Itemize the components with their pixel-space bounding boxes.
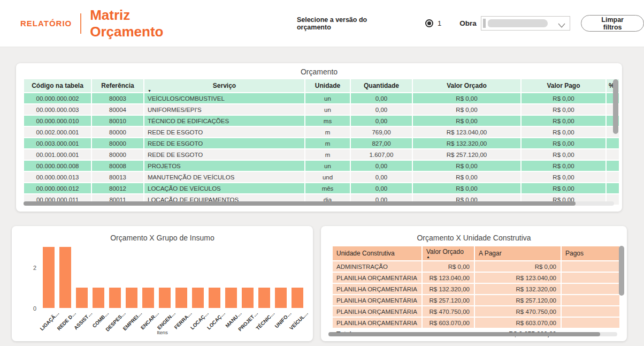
unidade-table-title: Orçamento X Unidade Construtiva	[321, 234, 627, 242]
bar[interactable]	[192, 288, 204, 308]
table-cell	[562, 284, 619, 294]
bar[interactable]	[93, 288, 104, 308]
table-cell: R$ 132.320,00	[423, 284, 474, 294]
table-cell: R$ 0,00	[413, 161, 520, 171]
table-row[interactable]: PLANILHA ORÇAMENTÁRIAR$ 132.320,00R$ 132…	[333, 284, 619, 294]
table-row[interactable]: 00.002.000.00180000REDE DE ESGOTOm769,00…	[24, 127, 619, 137]
table-cell: R$ 0,00	[522, 93, 605, 103]
table-cell: 80003	[92, 93, 143, 103]
column-header[interactable]: Código na tabela	[24, 79, 91, 92]
chevron-down-icon[interactable]	[558, 21, 565, 31]
table-cell: REDE DE ESGOTO	[144, 138, 304, 148]
table-row[interactable]: PLANILHA ORÇAMENTÁRIAR$ 603.070,00R$ 603…	[333, 318, 619, 328]
bar[interactable]	[59, 247, 71, 308]
table-row[interactable]: 00.000.000.00880008PROJETOSun0,00R$ 0,00…	[24, 161, 619, 171]
table-row[interactable]: 00.003.000.00180000REDE DE ESGOTOm827,00…	[24, 138, 619, 148]
table-row[interactable]: 00.000.000.01080010TÉCNICO DE EDIFICAÇÕE…	[24, 116, 619, 126]
sort-ascending-icon: ▲	[426, 255, 474, 259]
top-header-bar: RELATÓRIO Matriz Orçamento Selecione a v…	[0, 0, 644, 47]
chart-plot	[43, 247, 303, 308]
vertical-scrollbar[interactable]	[619, 246, 624, 296]
table-cell: m	[305, 138, 350, 148]
table-row[interactable]: 00.000.000.01280012LOCAÇÃO DE VEÍCULOSmê…	[24, 183, 619, 193]
column-header[interactable]: Serviço▼	[144, 79, 304, 92]
column-header[interactable]: Pagos	[562, 246, 619, 260]
bar[interactable]	[43, 247, 55, 308]
x-axis-label-text: VEÍCUL…	[288, 310, 309, 331]
table-cell: ms	[305, 116, 350, 126]
column-header[interactable]: Valor Orçado▲	[423, 246, 474, 260]
horizontal-scrollbar-thumb[interactable]	[24, 201, 576, 206]
column-header[interactable]: Referência	[92, 79, 143, 92]
bar[interactable]	[275, 288, 287, 308]
version-radio-option[interactable]: 1	[425, 19, 441, 27]
obra-slicer-label: Obra	[459, 19, 477, 27]
table-cell: 80000	[92, 127, 143, 137]
table-cell: R$ 0,00	[413, 104, 520, 115]
bar[interactable]	[76, 288, 88, 308]
x-axis-title: Itens	[12, 329, 313, 335]
table-row[interactable]: PLANILHA ORÇAMENTÁRIAR$ 257.120,00R$ 257…	[333, 295, 619, 305]
y-axis-ticks: 02	[27, 247, 37, 308]
table-cell	[562, 295, 619, 305]
table-cell: m	[305, 127, 350, 137]
table-row[interactable]: 00.000.000.00380004UNIFORMES/EPI'Sun0,00…	[24, 104, 619, 115]
table-cell: 00.000.000.010	[24, 116, 91, 126]
bar[interactable]	[175, 288, 187, 308]
table-cell: 80004	[92, 104, 143, 115]
table-cell: 80008	[92, 161, 143, 171]
table-row[interactable]: 00.000.000.00280003VEÍCULOS/COMBUSTIVELu…	[24, 93, 619, 103]
table-cell: 00.000.000.012	[24, 183, 91, 193]
horizontal-scrollbar-thumb[interactable]	[328, 332, 600, 336]
column-header[interactable]: Valor Orçado	[413, 79, 520, 92]
table-cell: 0,00	[351, 116, 412, 126]
table-row[interactable]: ADMINISTRAÇÃOR$ 0,00R$ 0,00	[333, 261, 619, 272]
y-axis-tick: 2	[33, 265, 36, 271]
column-header[interactable]: Unidade	[305, 79, 350, 92]
table-cell: TÉCNICO DE EDIFICAÇÕES	[144, 116, 304, 126]
bar[interactable]	[109, 288, 121, 308]
table-cell: 80010	[92, 116, 143, 126]
radio-selected-icon[interactable]	[425, 19, 433, 27]
table-cell: R$ 603.070,00	[423, 318, 474, 328]
table-cell: und	[305, 172, 350, 182]
table-cell: 00.002.000.001	[24, 127, 91, 137]
bar[interactable]	[126, 288, 137, 308]
column-header-label: Valor Orçado	[426, 248, 474, 255]
x-axis-label-text: ASSIST…	[73, 310, 94, 331]
vertical-scrollbar[interactable]	[613, 79, 618, 134]
table-cell: 00.000.000.002	[24, 93, 91, 103]
table-row[interactable]: PLANILHA ORÇAMENTÁRIAR$ 123.040,00R$ 123…	[333, 273, 619, 283]
bar[interactable]	[142, 288, 154, 308]
bar[interactable]	[209, 288, 220, 308]
bar[interactable]	[225, 288, 237, 308]
table-cell	[607, 161, 619, 171]
table-cell: R$ 0,00	[413, 183, 520, 193]
column-header[interactable]: Quantidade	[351, 79, 412, 92]
table-row[interactable]: 00.000.000.01380013MANUTENÇÃO DE VEÍCULO…	[24, 172, 619, 182]
column-header[interactable]: Valor Pago	[522, 79, 605, 92]
table-cell: R$ 0,00	[475, 261, 561, 272]
bar[interactable]	[159, 288, 171, 308]
table-cell: un	[305, 104, 350, 115]
column-header[interactable]: A Pagar	[475, 246, 561, 260]
table-cell: R$ 0,00	[522, 104, 605, 115]
table-cell: R$ 0,00	[522, 183, 605, 193]
bar[interactable]	[292, 288, 303, 308]
table-cell: R$ 132.320,00	[413, 138, 520, 148]
column-header[interactable]: Unidade Construtiva	[333, 246, 421, 260]
table-row[interactable]: 00.001.000.00180000REDE DE ESGOTOm1.607,…	[24, 149, 619, 160]
x-axis-label-text: ENGEN…	[156, 310, 176, 330]
bar[interactable]	[242, 288, 254, 308]
obra-dropdown[interactable]	[481, 16, 571, 31]
table-cell: PLANILHA ORÇAMENTÁRIA	[333, 284, 421, 294]
clear-filters-button[interactable]: Limpar filtros	[581, 15, 644, 32]
brand-divider	[80, 13, 81, 34]
orcamento-table-header: Código na tabelaReferênciaServiço▼Unidad…	[24, 79, 619, 92]
table-cell: R$ 132.320,00	[475, 284, 561, 294]
bar[interactable]	[258, 288, 270, 308]
table-cell: R$ 257.120,00	[475, 295, 561, 305]
redacted-value	[488, 19, 548, 27]
table-row[interactable]: PLANILHA ORÇAMENTÁRIAR$ 470.750,00R$ 470…	[333, 306, 619, 317]
version-radio-value[interactable]: 1	[438, 19, 441, 27]
